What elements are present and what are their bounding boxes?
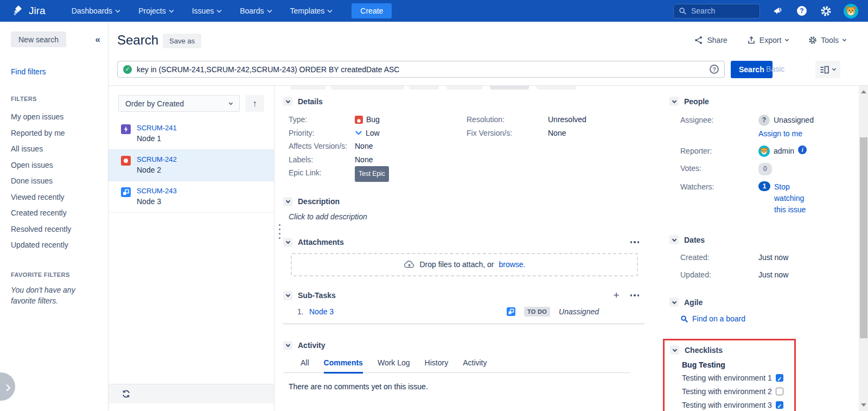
subtask-link[interactable]: Node 3 bbox=[309, 307, 334, 316]
filters-sidebar: New search « Find filters FILTERS My ope… bbox=[0, 22, 108, 411]
issue-row-scrum-241[interactable]: SCRUM-241 Node 1 bbox=[108, 118, 274, 150]
issue-row-scrum-243[interactable]: SCRUM-243 Node 3 bbox=[108, 181, 274, 213]
toolbar-button-stub[interactable] bbox=[331, 86, 404, 90]
nav-templates[interactable]: Templates bbox=[290, 7, 333, 15]
checklist-checkbox-1[interactable] bbox=[776, 374, 783, 382]
tab-comments[interactable]: Comments bbox=[324, 358, 363, 374]
save-as-button[interactable]: Save as bbox=[163, 34, 201, 48]
user-avatar[interactable] bbox=[844, 4, 858, 18]
sidebar-item-created-recently[interactable]: Created recently bbox=[11, 205, 108, 222]
tab-all[interactable]: All bbox=[301, 358, 309, 373]
description-title[interactable]: Description bbox=[298, 197, 340, 206]
panel-resize-handle[interactable] bbox=[279, 224, 280, 239]
reporter-info-icon[interactable]: i bbox=[798, 146, 807, 154]
attachment-dropzone[interactable]: Drop files to attach, or browse. bbox=[291, 253, 638, 276]
checklist-checkbox-3[interactable] bbox=[776, 401, 783, 409]
sidebar-item-resolved-recently[interactable]: Resolved recently bbox=[11, 222, 108, 238]
sidebar-item-viewed-recently[interactable]: Viewed recently bbox=[11, 189, 108, 206]
votes-label: Votes: bbox=[680, 163, 758, 175]
find-on-board-link[interactable]: Find on a board bbox=[680, 313, 745, 325]
people-title[interactable]: People bbox=[684, 97, 709, 106]
settings-gear-icon[interactable] bbox=[820, 5, 832, 17]
collapse-dates-icon[interactable] bbox=[669, 235, 679, 244]
reporter-value[interactable]: admin bbox=[774, 146, 794, 157]
tab-activity[interactable]: Activity bbox=[463, 358, 487, 373]
quick-search-input[interactable] bbox=[691, 7, 751, 15]
issue-row-scrum-242-selected[interactable]: SCRUM-242 Node 2 bbox=[108, 150, 274, 181]
sidebar-item-my-open-issues[interactable]: My open issues bbox=[11, 109, 108, 125]
attachments-more-icon[interactable] bbox=[629, 239, 641, 245]
announcements-icon[interactable] bbox=[772, 5, 784, 17]
order-by-select[interactable]: Order by Created bbox=[118, 95, 240, 112]
quick-search[interactable] bbox=[673, 4, 760, 18]
subtasks-title[interactable]: Sub-Tasks bbox=[298, 291, 336, 300]
collapse-details-icon[interactable] bbox=[283, 97, 292, 106]
bug-type-icon bbox=[355, 116, 363, 124]
checklists-title[interactable]: Checklists bbox=[685, 346, 723, 355]
scrollbar-thumb[interactable] bbox=[860, 137, 867, 338]
browse-link[interactable]: browse. bbox=[499, 260, 525, 269]
issue-summary: Node 2 bbox=[137, 166, 177, 174]
issue-meta-column: People Assignee: ? Unassigned Assign to … bbox=[669, 97, 810, 411]
find-filters-link[interactable]: Find filters bbox=[11, 67, 108, 76]
refresh-icon[interactable] bbox=[122, 389, 131, 399]
toolbar-button-stub[interactable] bbox=[537, 86, 576, 90]
checklist-checkbox-2[interactable] bbox=[776, 388, 783, 395]
dates-title[interactable]: Dates bbox=[684, 236, 705, 244]
dropzone-text: Drop files to attach, or bbox=[420, 260, 494, 269]
epic-link-label: Epic Link: bbox=[289, 166, 355, 182]
scroll-up-arrow[interactable] bbox=[861, 90, 866, 93]
collapse-people-icon[interactable] bbox=[669, 97, 679, 106]
toolbar-button-stub[interactable] bbox=[446, 86, 482, 90]
nav-issues[interactable]: Issues bbox=[192, 7, 221, 15]
nav-boards[interactable]: Boards bbox=[240, 7, 271, 15]
sidebar-item-done-issues[interactable]: Done issues bbox=[11, 173, 108, 189]
tab-history[interactable]: History bbox=[425, 358, 449, 373]
collapse-description-icon[interactable] bbox=[283, 197, 292, 206]
help-icon[interactable]: ? bbox=[796, 5, 808, 17]
tab-work-log[interactable]: Work Log bbox=[378, 358, 410, 373]
collapse-checklists-icon[interactable] bbox=[670, 345, 679, 355]
agile-title[interactable]: Agile bbox=[684, 298, 703, 307]
sidebar-item-updated-recently[interactable]: Updated recently bbox=[11, 237, 108, 254]
basic-mode-link[interactable]: Basic bbox=[766, 65, 784, 73]
jql-help-icon[interactable]: ? bbox=[710, 65, 719, 74]
collapse-activity-icon[interactable] bbox=[283, 341, 292, 350]
assign-to-me-link[interactable]: Assign to me bbox=[758, 128, 802, 140]
sidebar-item-open-issues[interactable]: Open issues bbox=[11, 157, 108, 174]
vertical-scrollbar[interactable] bbox=[859, 86, 868, 411]
watchers-count-badge[interactable]: 1 bbox=[758, 181, 770, 191]
details-title[interactable]: Details bbox=[298, 97, 323, 106]
subtask-status-lozenge[interactable]: TO DO bbox=[524, 307, 550, 317]
stop-watching-link[interactable]: Stop watching this issue bbox=[774, 181, 810, 216]
collapse-subtasks-icon[interactable] bbox=[283, 291, 292, 300]
sort-direction-button[interactable]: ↑ bbox=[245, 95, 264, 112]
toolbar-button-stub[interactable] bbox=[409, 86, 439, 90]
add-subtask-icon[interactable]: + bbox=[613, 292, 619, 299]
toolbar-button-stub[interactable] bbox=[490, 86, 529, 90]
layout-switcher-button[interactable] bbox=[815, 61, 840, 78]
jql-input[interactable] bbox=[137, 65, 705, 74]
nav-dashboards[interactable]: Dashboards bbox=[72, 7, 120, 15]
sidebar-item-all-issues[interactable]: All issues bbox=[11, 141, 108, 157]
jira-logo[interactable]: Jira bbox=[12, 4, 46, 17]
description-placeholder[interactable]: Click to add description bbox=[283, 212, 644, 221]
activity-title[interactable]: Activity bbox=[298, 341, 326, 350]
epic-link-badge[interactable]: Test Epic bbox=[355, 166, 389, 182]
create-button[interactable]: Create bbox=[352, 3, 392, 18]
collapse-attachments-icon[interactable] bbox=[283, 238, 292, 247]
subtasks-more-icon[interactable] bbox=[629, 292, 641, 299]
new-search-button[interactable]: New search bbox=[11, 31, 66, 47]
export-button[interactable]: Export bbox=[747, 36, 789, 45]
toolbar-button-stub[interactable] bbox=[290, 86, 326, 90]
collapse-sidebar-icon[interactable]: « bbox=[95, 34, 99, 45]
tools-button[interactable]: Tools bbox=[808, 36, 846, 45]
sidebar-item-reported-by-me[interactable]: Reported by me bbox=[11, 125, 108, 142]
votes-badge[interactable]: 0 bbox=[758, 163, 772, 175]
collapse-agile-icon[interactable] bbox=[669, 298, 679, 307]
share-button[interactable]: Share bbox=[694, 36, 727, 45]
scroll-down-arrow[interactable] bbox=[861, 403, 866, 407]
nav-projects[interactable]: Projects bbox=[138, 7, 174, 15]
attachments-title[interactable]: Attachments bbox=[298, 238, 344, 246]
subtask-row[interactable]: 1. Node 3 TO DO Unassigned bbox=[283, 307, 644, 324]
